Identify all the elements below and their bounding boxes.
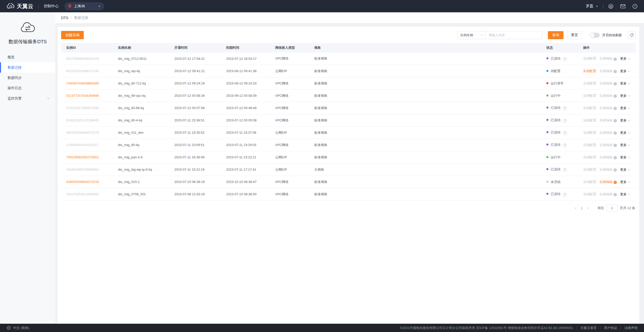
status-help-icon[interactable]: ?: [563, 144, 567, 147]
status-dot-icon: [546, 119, 548, 121]
status-help-icon[interactable]: ?: [563, 119, 567, 123]
status-help-icon[interactable]: ?: [563, 193, 567, 197]
instance-config-link[interactable]: 实例配置: [583, 69, 596, 73]
status-help-icon[interactable]: ?: [563, 107, 567, 110]
instance-id[interactable]: 021377247416280694: [61, 89, 118, 102]
breadcrumb-root[interactable]: DTS: [61, 16, 68, 20]
page-number[interactable]: 1: [579, 206, 585, 210]
instance-table: 实例ID 实例名称 开通时间 到期时间 网络接入类型 规格 状态 操作 6537…: [61, 43, 636, 201]
status-label: 已冻结: [551, 106, 560, 110]
table-row: 418050539926373233dts_mig_010-12023-07-1…: [61, 176, 636, 188]
more-link[interactable]: 更多: [620, 155, 630, 159]
instance-edit-link: 实例编辑!: [599, 118, 617, 122]
sidebar-item-monitor-alarm[interactable]: 监控告警: [0, 93, 55, 104]
spec: 标准规格: [314, 102, 546, 114]
sidebar-item-operation-log[interactable]: 操作日志: [0, 83, 55, 93]
prev-page-button[interactable]: ‹: [573, 206, 579, 210]
status-dot-icon: [546, 94, 548, 97]
edit-info-icon: !: [614, 168, 617, 172]
spec: 标准规格: [314, 126, 546, 139]
reset-button[interactable]: 重置: [567, 31, 582, 39]
query-button[interactable]: 查询: [548, 31, 564, 39]
instance-name: dts_mig_010-1: [118, 176, 174, 188]
more-link[interactable]: 更多: [620, 94, 630, 98]
open-time: 2023-07-11 16:38:49: [174, 151, 226, 163]
instance-id[interactable]: 743043744839669385: [61, 77, 118, 89]
footer-link-legal[interactable]: 法律声明: [624, 326, 637, 330]
more-link[interactable]: 更多: [620, 192, 630, 196]
footer-link-home[interactable]: 天翼云首页: [580, 326, 597, 330]
network-type: VPC网络: [275, 139, 314, 151]
filter-type-select[interactable]: 实例名称: [457, 31, 486, 39]
sidebar-item-data-sync[interactable]: 数据同步: [0, 73, 55, 83]
language-label: 中文 (简体): [13, 326, 29, 330]
instance-name: dts_mig_0712-9011: [118, 53, 174, 65]
language-switcher[interactable]: 中文 (简体): [7, 326, 29, 330]
more-link[interactable]: 更多: [620, 180, 630, 184]
network-type: 公网EIP: [275, 126, 314, 139]
region-selector[interactable]: 上海36: [64, 2, 104, 10]
more-link[interactable]: 更多: [620, 118, 630, 122]
status-help-icon[interactable]: ?: [563, 131, 567, 135]
more-link[interactable]: 更多: [620, 57, 630, 60]
svg-text:@: @: [610, 5, 612, 8]
edit-info-icon: !: [614, 82, 617, 85]
status-cell: 已冻结?: [546, 126, 583, 139]
chevron-down-icon: [628, 119, 630, 121]
chevron-down-icon: [481, 33, 483, 36]
caret-down-icon: [596, 6, 598, 8]
table-row: 709109582091075901dts_mig_pan-3-42023-07…: [61, 151, 636, 163]
message-icon[interactable]: [620, 4, 625, 8]
actions-cell: 实例配置实例编辑!更多: [583, 114, 636, 126]
instance-name: dts_mig_big-eip-ip-5-liq: [118, 163, 174, 176]
more-link[interactable]: 更多: [620, 131, 630, 134]
user-menu[interactable]: 罗磊: [586, 4, 598, 9]
instance-edit-link: 实例编辑!: [599, 168, 617, 171]
spec: 标准规格: [314, 114, 546, 126]
instance-id[interactable]: 418050539926373233: [61, 176, 118, 188]
sidebar-item-data-migration[interactable]: 数据迁移: [0, 62, 55, 73]
table-row: 374120317590573390dts_mig_80-66-liq2023-…: [61, 102, 636, 114]
brand-logo[interactable]: 天翼云: [7, 3, 33, 10]
more-link[interactable]: 更多: [620, 69, 630, 73]
instance-edit-link: 实例编辑!: [599, 106, 617, 110]
auto-refresh-toggle[interactable]: [590, 33, 600, 38]
breadcrumb-separator: /: [71, 16, 72, 20]
create-instance-button[interactable]: 创建实例: [61, 31, 84, 39]
spec: 标准规格: [314, 176, 546, 188]
more-link[interactable]: 更多: [620, 106, 630, 110]
status-cell: 已冻结?: [546, 163, 583, 176]
instance-edit-link[interactable]: 实例编辑!: [599, 180, 617, 184]
network-type: 公网EIP: [275, 65, 314, 77]
instance-id[interactable]: 709109582091075901: [61, 151, 118, 163]
table-row: 176943831440115017dts_mig_80-liq2023-07-…: [61, 139, 636, 151]
instance-edit-link: 实例编辑!: [599, 131, 617, 134]
footer-link-agreement[interactable]: 用户协议: [604, 326, 617, 330]
status-help-icon[interactable]: ?: [563, 57, 567, 61]
status-help-icon[interactable]: ?: [563, 168, 567, 172]
console-center-link[interactable]: 控制中心: [44, 4, 59, 9]
instance-id: 455202934563072276: [61, 126, 118, 139]
refresh-button[interactable]: [628, 31, 636, 39]
total-count-label: 页共 12 条: [620, 206, 635, 210]
more-link[interactable]: 更多: [620, 81, 630, 85]
expire-time: 2023-08-12 09:24:33: [226, 77, 275, 89]
status-cell: 运行中: [546, 151, 583, 163]
chevron-down-icon: [628, 131, 630, 133]
goto-page-input[interactable]: [606, 205, 618, 212]
edit-info-icon: !: [614, 144, 617, 147]
sidebar-item-overview[interactable]: 概览: [0, 52, 55, 62]
support-icon[interactable]: @: [608, 4, 613, 9]
instance-config-link: 实例配置: [583, 192, 596, 196]
network-type: 公网EIP: [275, 151, 314, 163]
next-page-button[interactable]: ›: [585, 206, 591, 210]
search-input[interactable]: [486, 31, 542, 39]
instance-id: 632282331868217142: [61, 65, 118, 77]
expire-time: 2023-07-11 17:17:41: [226, 163, 275, 176]
more-link[interactable]: 更多: [620, 143, 630, 147]
actions-cell: 实例配置实例编辑!更多: [583, 102, 636, 114]
col-instance-name: 实例名称: [118, 43, 174, 53]
col-spec: 规格: [314, 43, 546, 53]
more-link[interactable]: 更多: [620, 168, 630, 171]
help-icon[interactable]: ?: [632, 4, 637, 9]
